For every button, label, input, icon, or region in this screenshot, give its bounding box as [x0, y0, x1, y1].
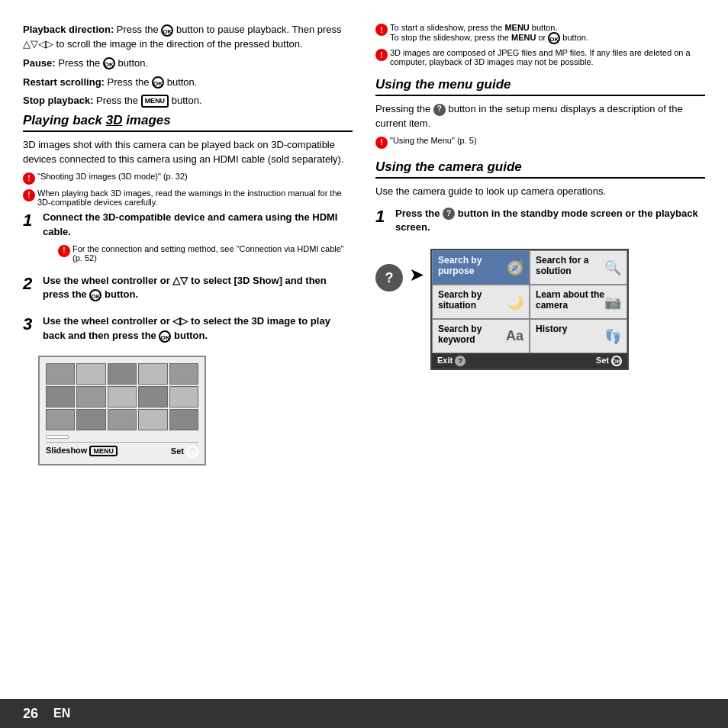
- thumbnail-grid: [46, 363, 198, 430]
- step-3-content: Use the wheel controller or ◁▷ to select…: [43, 314, 353, 348]
- menu-guide-body-text: Pressing the ? button in the setup menu …: [375, 103, 683, 129]
- thumb-1: [46, 363, 75, 385]
- step-3-num: 3: [23, 314, 38, 334]
- step-1-note: For the connection and setting method, s…: [72, 244, 353, 263]
- guide-cell-solution[interactable]: Search for asolution 🔍: [530, 250, 627, 285]
- thumb-2: [76, 363, 105, 385]
- step-3-text: Use the wheel controller or ◁▷ to select…: [43, 315, 330, 341]
- playback-direction-label: Playback direction:: [23, 24, 114, 35]
- compass-icon: 🧭: [507, 259, 523, 276]
- camera-icon: 📷: [604, 294, 621, 311]
- guide-grid-wrapper: Search bypurpose 🧭 Search for asolution …: [430, 249, 629, 370]
- stop-text: Press the MENU button.: [96, 95, 201, 106]
- ok-btn-pause: OK: [103, 57, 115, 69]
- warning-text-2: When playing back 3D images, read the wa…: [37, 188, 353, 207]
- playback-direction-para: Playback direction: Press the OK button …: [23, 23, 353, 52]
- ok-button-icon: OK: [161, 24, 173, 37]
- camera-guide-step1: 1 Press the ? button in the standby mode…: [375, 207, 705, 240]
- thumb-10: [169, 386, 198, 407]
- warning-icon-r1: !: [375, 24, 388, 36]
- page-content: Playback direction: Press the OK button …: [0, 0, 728, 728]
- left-column: Playback direction: Press the OK button …: [23, 23, 353, 699]
- menu-guide-note: ! "Using the Menu" (p. 5): [375, 136, 705, 149]
- slideshow-label: Slideshow MENU: [46, 446, 118, 458]
- ok-btn-step3: OK: [159, 330, 171, 343]
- menu-guide-body: Pressing the ? button in the setup menu …: [375, 102, 705, 131]
- warning-icon-menu: !: [375, 137, 388, 149]
- section-3d-title-pre: Playing back: [23, 113, 106, 127]
- stop-para: Stop playback: Press the MENU button.: [23, 94, 353, 108]
- camera-step1-content: Press the ? button in the standby mode s…: [395, 207, 705, 240]
- section-camera-guide-title: Using the camera guide: [375, 159, 522, 174]
- right-column: ! To start a slideshow, press the MENU b…: [375, 23, 705, 699]
- camera-guide-intro: Use the camera guide to look up camera o…: [375, 185, 705, 199]
- section-3d-header: Playing back 3D images: [23, 113, 353, 132]
- pause-para: Pause: Press the OK button.: [23, 56, 353, 71]
- page-number: 26: [15, 704, 46, 724]
- guide-footer-exit: Exit ?: [437, 356, 465, 366]
- bottom-bar: 26 EN: [0, 699, 728, 728]
- guide-cell-purpose[interactable]: Search bypurpose 🧭: [432, 250, 530, 285]
- thumb-11: [46, 409, 75, 430]
- pause-label: Pause:: [23, 57, 56, 69]
- step-1-num: 1: [23, 211, 38, 230]
- magnify-icon: 🔍: [604, 259, 621, 276]
- warning-slideshow-1: ! To start a slideshow, press the MENU b…: [375, 23, 705, 44]
- page-lang: EN: [53, 707, 70, 720]
- thumb-12: [76, 409, 105, 430]
- guide-cell-camera[interactable]: Learn about thecamera 📷: [530, 285, 627, 319]
- menu-label-r2: MENU: [511, 33, 536, 42]
- warning-icon-step1: !: [58, 245, 70, 257]
- camera-step1-text: Press the ? button in the standby mode s…: [395, 207, 705, 236]
- guide-grid: Search bypurpose 🧭 Search for asolution …: [432, 250, 627, 353]
- guide-footer: Exit ? Set OK: [432, 353, 627, 369]
- main-area: Playback direction: Press the OK button …: [0, 0, 728, 699]
- guide-cell-keyword-label: Search bykeyword: [438, 324, 482, 345]
- thumb-14: [138, 409, 167, 430]
- slideshow-set: Set OK: [171, 446, 198, 458]
- thumb-5: [169, 363, 198, 385]
- ok-btn-slideshow: OK: [186, 446, 198, 458]
- warning-text-r2: 3D images are composed of JPEG files and…: [390, 48, 705, 66]
- camera-step1-num: 1: [375, 207, 391, 227]
- guide-cell-situation[interactable]: Search bysituation 🌙: [432, 285, 530, 319]
- section-menu-guide-header: Using the menu guide: [375, 77, 705, 96]
- warning-icon-r2: !: [375, 49, 388, 61]
- warning-2: ! When playing back 3D images, read the …: [23, 188, 353, 207]
- exit-icon: ?: [455, 356, 465, 366]
- step-1-text: Connect the 3D-compatible device and cam…: [43, 211, 337, 237]
- question-btn-large: ?: [375, 264, 403, 292]
- step-2-row: 2 Use the wheel controller or △▽ to sele…: [23, 274, 353, 308]
- restart-para: Restart scrolling: Press the OK button.: [23, 76, 353, 90]
- guide-cell-history[interactable]: History 👣: [530, 319, 627, 353]
- slide-bar: [46, 435, 69, 439]
- step-2-text: Use the wheel controller or △▽ to select…: [43, 275, 327, 301]
- set-ok-icon: OK: [611, 356, 622, 366]
- thumb-3: [108, 363, 137, 385]
- step-1-note-block: ! For the connection and setting method,…: [58, 244, 353, 263]
- thumb-13: [108, 409, 137, 430]
- step-1-row: 1 Connect the 3D-compatible device and c…: [23, 211, 353, 266]
- section-3d-title-3d: 3D: [106, 113, 123, 127]
- guide-cell-solution-label: Search for asolution: [536, 255, 588, 276]
- step-1-content: Connect the 3D-compatible device and cam…: [43, 211, 353, 266]
- restart-label: Restart scrolling:: [23, 76, 105, 88]
- section-3d-title-post: images: [122, 113, 170, 127]
- warning-slideshow-2: ! 3D images are composed of JPEG files a…: [375, 48, 705, 66]
- guide-cell-situation-label: Search bysituation: [438, 289, 482, 311]
- warning-1: ! "Shooting 3D images (3D mode)" (p. 32): [23, 172, 353, 185]
- step-3-row: 3 Use the wheel controller or ◁▷ to sele…: [23, 314, 353, 348]
- restart-text: Press the OK button.: [108, 76, 198, 88]
- guide-footer-set: Set OK: [596, 356, 622, 366]
- ok-btn-r1: OK: [548, 32, 560, 44]
- step-2-content: Use the wheel controller or △▽ to select…: [43, 274, 353, 308]
- pause-text: Press the OK button.: [58, 57, 148, 69]
- thumb-4: [138, 363, 167, 385]
- menu-guide-note-text: "Using the Menu" (p. 5): [390, 136, 705, 145]
- abc-icon: Aa: [506, 328, 523, 344]
- ok-btn-step2: OK: [89, 289, 101, 301]
- guide-cell-keyword[interactable]: Search bykeyword Aa: [432, 319, 530, 353]
- guide-cell-camera-label: Learn about thecamera: [536, 289, 604, 311]
- section-menu-guide-title: Using the menu guide: [375, 77, 511, 92]
- menu-btn-stop: MENU: [141, 95, 169, 108]
